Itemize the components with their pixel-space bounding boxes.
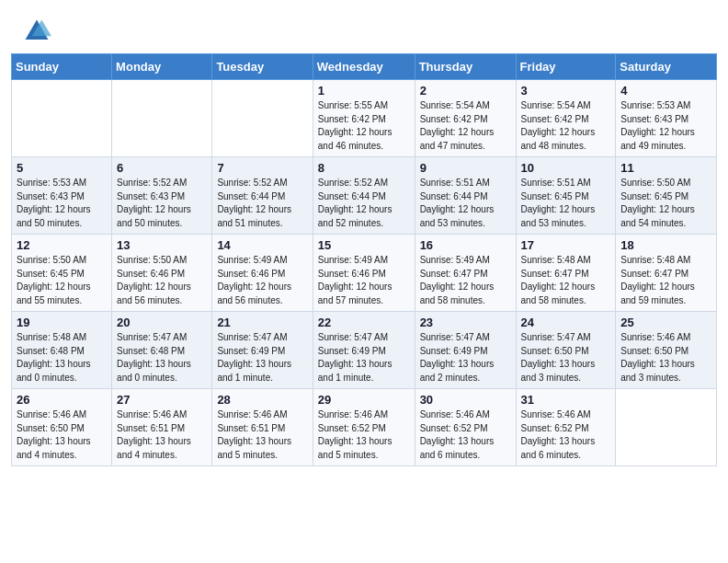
day-detail: Sunrise: 5:49 AMSunset: 6:47 PMDaylight:… <box>420 254 511 307</box>
day-number: 24 <box>521 316 611 329</box>
weekday-tuesday: Tuesday <box>212 54 313 80</box>
day-detail: Sunrise: 5:48 AMSunset: 6:48 PMDaylight:… <box>17 331 107 385</box>
calendar-cell: 3Sunrise: 5:54 AMSunset: 6:42 PMDaylight… <box>516 80 616 157</box>
day-number: 28 <box>217 393 307 407</box>
calendar-cell: 18Sunrise: 5:48 AMSunset: 6:47 PMDayligh… <box>616 235 717 312</box>
day-detail: Sunrise: 5:54 AMSunset: 6:42 PMDaylight:… <box>420 99 511 153</box>
calendar-cell: 4Sunrise: 5:53 AMSunset: 6:43 PMDaylight… <box>616 80 717 157</box>
calendar-cell: 1Sunrise: 5:55 AMSunset: 6:42 PMDaylight… <box>313 80 415 157</box>
calendar-cell: 9Sunrise: 5:51 AMSunset: 6:44 PMDaylight… <box>415 157 516 235</box>
day-number: 26 <box>17 393 107 407</box>
calendar-cell: 11Sunrise: 5:50 AMSunset: 6:45 PMDayligh… <box>616 157 717 235</box>
calendar-table: SundayMondayTuesdayWednesdayThursdayFrid… <box>11 53 717 466</box>
calendar-cell: 20Sunrise: 5:47 AMSunset: 6:48 PMDayligh… <box>112 312 212 389</box>
calendar-cell: 17Sunrise: 5:48 AMSunset: 6:47 PMDayligh… <box>516 235 616 312</box>
weekday-sunday: Sunday <box>12 54 112 80</box>
day-number: 2 <box>420 84 511 98</box>
calendar-cell <box>616 389 717 466</box>
calendar-cell: 23Sunrise: 5:47 AMSunset: 6:49 PMDayligh… <box>415 312 516 389</box>
day-number: 31 <box>521 393 611 407</box>
day-detail: Sunrise: 5:47 AMSunset: 6:48 PMDaylight:… <box>117 331 207 385</box>
calendar-cell: 13Sunrise: 5:50 AMSunset: 6:46 PMDayligh… <box>112 235 212 312</box>
calendar-cell: 22Sunrise: 5:47 AMSunset: 6:49 PMDayligh… <box>313 312 415 389</box>
day-detail: Sunrise: 5:53 AMSunset: 6:43 PMDaylight:… <box>17 177 107 230</box>
calendar-cell: 15Sunrise: 5:49 AMSunset: 6:46 PMDayligh… <box>313 235 415 312</box>
day-detail: Sunrise: 5:47 AMSunset: 6:49 PMDaylight:… <box>420 331 511 385</box>
calendar-cell: 28Sunrise: 5:46 AMSunset: 6:51 PMDayligh… <box>212 389 313 466</box>
day-detail: Sunrise: 5:46 AMSunset: 6:51 PMDaylight:… <box>217 408 307 462</box>
week-row-3: 19Sunrise: 5:48 AMSunset: 6:48 PMDayligh… <box>12 312 717 389</box>
day-detail: Sunrise: 5:46 AMSunset: 6:50 PMDaylight:… <box>620 331 711 385</box>
day-detail: Sunrise: 5:47 AMSunset: 6:49 PMDaylight:… <box>318 331 410 385</box>
weekday-friday: Friday <box>516 54 616 80</box>
day-detail: Sunrise: 5:46 AMSunset: 6:52 PMDaylight:… <box>521 408 611 462</box>
calendar-cell: 27Sunrise: 5:46 AMSunset: 6:51 PMDayligh… <box>112 389 212 466</box>
day-detail: Sunrise: 5:50 AMSunset: 6:45 PMDaylight:… <box>620 177 711 230</box>
day-detail: Sunrise: 5:48 AMSunset: 6:47 PMDaylight:… <box>521 254 611 307</box>
day-number: 14 <box>217 238 307 252</box>
day-number: 20 <box>117 316 207 329</box>
calendar-wrapper: SundayMondayTuesdayWednesdayThursdayFrid… <box>0 53 728 477</box>
day-detail: Sunrise: 5:46 AMSunset: 6:52 PMDaylight:… <box>318 408 410 462</box>
day-number: 4 <box>620 84 711 98</box>
calendar-cell: 10Sunrise: 5:51 AMSunset: 6:45 PMDayligh… <box>516 157 616 235</box>
calendar-cell: 21Sunrise: 5:47 AMSunset: 6:49 PMDayligh… <box>212 312 313 389</box>
page-header <box>0 0 728 53</box>
day-number: 23 <box>420 316 511 329</box>
day-number: 3 <box>521 84 611 98</box>
week-row-4: 26Sunrise: 5:46 AMSunset: 6:50 PMDayligh… <box>12 389 717 466</box>
calendar-cell <box>12 80 112 157</box>
day-detail: Sunrise: 5:50 AMSunset: 6:45 PMDaylight:… <box>17 254 107 307</box>
day-detail: Sunrise: 5:46 AMSunset: 6:51 PMDaylight:… <box>117 408 207 462</box>
day-number: 1 <box>318 84 410 98</box>
day-number: 5 <box>17 161 107 175</box>
calendar-cell: 12Sunrise: 5:50 AMSunset: 6:45 PMDayligh… <box>12 235 112 312</box>
day-number: 17 <box>521 238 611 252</box>
day-detail: Sunrise: 5:54 AMSunset: 6:42 PMDaylight:… <box>521 99 611 153</box>
day-number: 22 <box>318 316 410 329</box>
calendar-cell: 14Sunrise: 5:49 AMSunset: 6:46 PMDayligh… <box>212 235 313 312</box>
day-number: 19 <box>17 316 107 329</box>
week-row-1: 5Sunrise: 5:53 AMSunset: 6:43 PMDaylight… <box>12 157 717 235</box>
day-number: 21 <box>217 316 307 329</box>
day-number: 13 <box>117 238 207 252</box>
calendar-cell: 19Sunrise: 5:48 AMSunset: 6:48 PMDayligh… <box>12 312 112 389</box>
day-detail: Sunrise: 5:53 AMSunset: 6:43 PMDaylight:… <box>620 99 711 153</box>
day-detail: Sunrise: 5:48 AMSunset: 6:47 PMDaylight:… <box>620 254 711 307</box>
calendar-cell <box>212 80 313 157</box>
day-detail: Sunrise: 5:47 AMSunset: 6:50 PMDaylight:… <box>521 331 611 385</box>
calendar-cell: 8Sunrise: 5:52 AMSunset: 6:44 PMDaylight… <box>313 157 415 235</box>
weekday-saturday: Saturday <box>616 54 717 80</box>
calendar-cell: 30Sunrise: 5:46 AMSunset: 6:52 PMDayligh… <box>415 389 516 466</box>
day-detail: Sunrise: 5:49 AMSunset: 6:46 PMDaylight:… <box>217 254 307 307</box>
day-detail: Sunrise: 5:52 AMSunset: 6:44 PMDaylight:… <box>217 177 307 230</box>
weekday-thursday: Thursday <box>415 54 516 80</box>
weekday-wednesday: Wednesday <box>313 54 415 80</box>
day-number: 27 <box>117 393 207 407</box>
week-row-2: 12Sunrise: 5:50 AMSunset: 6:45 PMDayligh… <box>12 235 717 312</box>
logo <box>22 17 57 46</box>
calendar-cell <box>112 80 212 157</box>
logo-icon <box>22 17 51 46</box>
calendar-cell: 6Sunrise: 5:52 AMSunset: 6:43 PMDaylight… <box>112 157 212 235</box>
day-number: 16 <box>420 238 511 252</box>
day-number: 7 <box>217 161 307 175</box>
week-row-0: 1Sunrise: 5:55 AMSunset: 6:42 PMDaylight… <box>12 80 717 157</box>
calendar-cell: 7Sunrise: 5:52 AMSunset: 6:44 PMDaylight… <box>212 157 313 235</box>
day-detail: Sunrise: 5:52 AMSunset: 6:44 PMDaylight:… <box>318 177 410 230</box>
calendar-cell: 31Sunrise: 5:46 AMSunset: 6:52 PMDayligh… <box>516 389 616 466</box>
weekday-monday: Monday <box>112 54 212 80</box>
day-number: 9 <box>420 161 511 175</box>
calendar-cell: 26Sunrise: 5:46 AMSunset: 6:50 PMDayligh… <box>12 389 112 466</box>
day-detail: Sunrise: 5:52 AMSunset: 6:43 PMDaylight:… <box>117 177 207 230</box>
day-number: 25 <box>620 316 711 329</box>
day-detail: Sunrise: 5:46 AMSunset: 6:50 PMDaylight:… <box>17 408 107 462</box>
day-detail: Sunrise: 5:55 AMSunset: 6:42 PMDaylight:… <box>318 99 410 153</box>
calendar-cell: 25Sunrise: 5:46 AMSunset: 6:50 PMDayligh… <box>616 312 717 389</box>
day-number: 10 <box>521 161 611 175</box>
weekday-header-row: SundayMondayTuesdayWednesdayThursdayFrid… <box>12 54 717 80</box>
day-number: 30 <box>420 393 511 407</box>
day-number: 8 <box>318 161 410 175</box>
day-detail: Sunrise: 5:49 AMSunset: 6:46 PMDaylight:… <box>318 254 410 307</box>
day-number: 12 <box>17 238 107 252</box>
